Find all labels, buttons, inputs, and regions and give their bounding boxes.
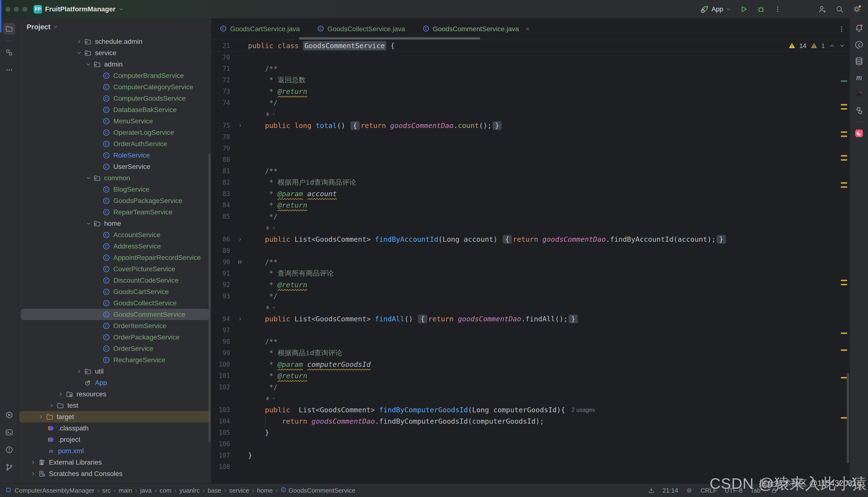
inlay-hint-icon[interactable] — [265, 305, 276, 310]
debug-button[interactable] — [757, 5, 765, 14]
line-number[interactable]: 106 — [211, 440, 233, 448]
code-area[interactable]: 7071 /**72 * 返回总数73 * @return74 */75 pub… — [211, 52, 850, 483]
plugin-knot-tool-button[interactable] — [853, 104, 865, 117]
chevron-down-icon[interactable] — [84, 175, 93, 181]
breadcrumb-java[interactable]: java — [140, 487, 152, 494]
code-line[interactable]: 103 public List<GoodsComment> findByComp… — [211, 404, 850, 415]
chevron-down-icon[interactable] — [84, 221, 93, 226]
close-window-button[interactable] — [5, 7, 10, 12]
tree-item-blogservice[interactable]: CBlogService — [21, 184, 209, 195]
stripe-mark[interactable] — [841, 136, 847, 137]
tree-item-computercategoryservice[interactable]: CComputerCategoryService — [21, 81, 209, 93]
problems-tool-button[interactable] — [3, 444, 15, 456]
line-number[interactable]: 108 — [211, 463, 233, 470]
tree-item-computergoodsservice[interactable]: CComputerGoodsService — [21, 93, 209, 104]
code-line[interactable]: 106 — [211, 438, 850, 450]
project-widget[interactable]: FP FruitPlatformManager — [34, 5, 124, 14]
line-number[interactable]: 94 — [211, 315, 233, 323]
line-number[interactable]: 105 — [211, 429, 233, 436]
line-number[interactable]: 103 — [211, 406, 233, 413]
more-tool-windows-button[interactable] — [3, 64, 15, 76]
line-number[interactable]: 81 — [211, 168, 233, 175]
breadcrumb-computerassemblymanager[interactable]: ComputerAssemblyManager — [15, 487, 94, 494]
tree-item-schedule-admin[interactable]: schedule.admin — [21, 36, 209, 47]
structure-tool-button[interactable] — [3, 46, 15, 59]
tree-item-external-libraries[interactable]: External Libraries — [21, 457, 209, 468]
line-number[interactable]: 97 — [211, 327, 233, 334]
tree-item-orderitemservice[interactable]: COrderItemService — [21, 320, 209, 331]
cursor-position-widget[interactable]: 21:14 — [662, 487, 678, 494]
database-tool-button[interactable] — [853, 55, 865, 67]
code-line[interactable]: 83 * @param account — [211, 188, 850, 199]
tree-item-orderauthservice[interactable]: COrderAuthService — [21, 138, 209, 150]
code-line[interactable]: 85 */ — [211, 211, 850, 222]
tab-scrollbar-thumb[interactable] — [299, 37, 480, 40]
stripe-mark[interactable] — [841, 417, 847, 418]
tree-item-rechargeservice[interactable]: CRechargeService — [21, 354, 209, 366]
code-line[interactable]: 108 — [211, 461, 850, 472]
code-line[interactable]: 71 /** — [211, 63, 850, 74]
line-number[interactable]: 82 — [211, 179, 233, 186]
code-line[interactable]: 73 * @return — [211, 86, 850, 97]
breadcrumb-main[interactable]: main — [119, 487, 132, 494]
inspections-widget[interactable]: 14 1 — [788, 40, 845, 52]
breadcrumb-base[interactable]: base — [208, 487, 221, 494]
chevron-right-icon[interactable] — [74, 39, 84, 44]
previous-problem-button[interactable] — [829, 43, 835, 49]
tree-scrollbar[interactable] — [208, 154, 210, 442]
tree-item-orderservice[interactable]: COrderService — [21, 343, 209, 354]
close-icon[interactable] — [525, 26, 531, 32]
code-line[interactable]: 84 * @return — [211, 199, 850, 211]
fold-arrow-icon[interactable] — [233, 123, 248, 128]
tree-item-admin[interactable]: admin — [21, 59, 209, 70]
settings-button[interactable] — [853, 5, 861, 14]
usages-hint[interactable]: 2 usages — [571, 407, 595, 413]
line-number[interactable]: 92 — [211, 281, 233, 288]
tree-item-goodscollectservice[interactable]: CGoodsCollectService — [21, 297, 209, 309]
stripe-mark[interactable] — [841, 159, 847, 161]
stripe-mark[interactable] — [841, 280, 847, 281]
run-configuration-selector[interactable]: App — [700, 4, 731, 14]
line-number[interactable]: 89 — [211, 247, 233, 254]
tree-item-databasebakservice[interactable]: CDatabaseBakService — [21, 104, 209, 115]
code-line[interactable]: 74 */ — [211, 97, 850, 109]
line-number[interactable]: 86 — [211, 236, 233, 243]
line-number[interactable]: 101 — [211, 372, 233, 379]
stripe-mark[interactable] — [841, 108, 847, 110]
run-tool-button[interactable] — [3, 409, 15, 421]
tree-item-goodscartservice[interactable]: CGoodsCartService — [21, 286, 209, 297]
tree-item-userservice[interactable]: CUserService — [21, 161, 209, 172]
line-number[interactable]: 98 — [211, 338, 233, 345]
minimize-window-button[interactable] — [14, 7, 19, 12]
project-panel-header[interactable]: Project — [18, 18, 211, 36]
tree-item-repairteamservice[interactable]: CRepairTeamService — [21, 207, 209, 218]
inlay-hint-row[interactable] — [211, 302, 850, 313]
tree-item-resources[interactable]: resources — [21, 388, 209, 400]
breadcrumb-yuanlrc[interactable]: yuanlrc — [179, 487, 200, 494]
code-line[interactable]: 80 — [211, 154, 850, 165]
plugin-bird-tool-button[interactable] — [853, 88, 865, 100]
line-number[interactable]: 99 — [211, 350, 233, 357]
tree-item-target[interactable]: target — [19, 411, 210, 423]
search-everywhere-button[interactable] — [836, 5, 844, 13]
line-number[interactable]: 70 — [211, 54, 233, 61]
tree-item-menuservice[interactable]: CMenuService — [21, 115, 209, 127]
line-number[interactable]: 100 — [211, 361, 233, 368]
run-button[interactable] — [740, 5, 748, 13]
inlay-hint-row[interactable] — [211, 393, 850, 404]
code-line[interactable]: 101 * @return — [211, 370, 850, 381]
code-line[interactable]: 97 — [211, 325, 850, 336]
line-number[interactable]: 104 — [211, 417, 233, 425]
tree-item-test[interactable]: test — [21, 400, 209, 411]
tree-item-appointrepairrecordservice[interactable]: CAppointRepairRecordService — [21, 252, 209, 263]
tree-item-classpath[interactable]: .classpath — [21, 423, 209, 434]
tree-item-goodscommentservice[interactable]: CGoodsCommentService — [21, 309, 209, 320]
chevron-right-icon[interactable] — [36, 414, 45, 420]
ai-assistant-tool-button[interactable] — [853, 39, 865, 51]
code-line[interactable]: 100 * @param computerGoodsId — [211, 359, 850, 370]
chevron-right-icon[interactable] — [29, 471, 38, 477]
line-number[interactable]: 75 — [211, 122, 233, 129]
line-number[interactable]: 79 — [211, 145, 233, 152]
line-number[interactable]: 74 — [211, 99, 233, 106]
inlay-hint-row[interactable] — [211, 222, 850, 233]
